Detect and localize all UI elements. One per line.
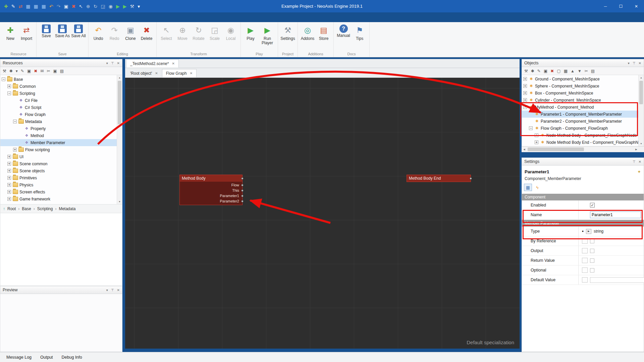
expander-icon[interactable]: + <box>523 77 527 81</box>
object-row-parameter1[interactable]: ✱ Parameter1 - Component_MemberParameter <box>522 111 644 118</box>
expander-icon[interactable]: + <box>7 169 11 173</box>
tree-row-scene-objects[interactable]: + Scene objects <box>0 167 122 174</box>
copy-icon[interactable]: ▣ <box>53 69 57 73</box>
new-resource-icon[interactable]: ✱ <box>9 69 13 73</box>
import-icon[interactable]: ⇄ <box>18 4 22 9</box>
pin-icon[interactable]: ⊤ <box>633 61 636 65</box>
scale-icon[interactable]: ◲ <box>101 4 105 9</box>
panel-menu-icon[interactable]: ▾ <box>628 61 630 65</box>
clone-button[interactable]: ▣ Clone <box>122 24 139 42</box>
object-row-sphere[interactable]: + ✱ Sphere - Component_MeshInSpace <box>522 82 644 89</box>
save-all-icon[interactable]: ▦ <box>42 4 46 9</box>
new-object-icon[interactable]: ✱ <box>531 69 534 73</box>
delete-icon[interactable]: ✖ <box>72 4 76 9</box>
node-pin[interactable] <box>470 177 472 180</box>
new-button[interactable]: ✚ New <box>2 24 18 42</box>
scroll-right-icon[interactable]: ▶ <box>634 147 639 152</box>
paste-icon[interactable]: ▤ <box>60 69 64 73</box>
return-value-checkbox[interactable] <box>590 258 594 263</box>
local-icon[interactable]: ◉ <box>109 4 113 9</box>
by-reference-button[interactable] <box>582 238 588 244</box>
expander-icon[interactable]: − <box>2 77 5 81</box>
tree-row-member-parameter[interactable]: ❖ Member Parameter <box>0 139 122 146</box>
tree-row-property[interactable]: ❖ Property <box>0 125 122 132</box>
edit-icon[interactable]: ✎ <box>537 69 541 73</box>
tree-row-primitives[interactable]: + Primitives <box>0 174 122 181</box>
type-value[interactable]: string <box>594 229 603 234</box>
expander-icon[interactable]: + <box>7 84 11 88</box>
move-button[interactable]: ⊕ Move <box>174 24 191 42</box>
manual-button[interactable]: ? Manual <box>335 24 352 39</box>
expander-icon[interactable]: + <box>13 148 17 152</box>
expander-icon[interactable]: + <box>535 140 538 144</box>
flow-node-method-body-end[interactable]: Method Body End <box>407 175 471 182</box>
scroll-up-icon[interactable]: ▲ <box>117 75 122 80</box>
settings-icon[interactable]: ⚒ <box>130 4 135 9</box>
play-icon[interactable]: ▶ <box>116 4 120 9</box>
flow-node-method-body[interactable]: Method Body Flow This <box>179 175 243 205</box>
cut-icon[interactable]: ✂ <box>585 69 588 73</box>
close-icon[interactable]: ✕ <box>639 61 641 65</box>
mail-icon[interactable]: ✉ <box>40 69 44 73</box>
enabled-checkbox[interactable]: ✓ <box>590 203 595 207</box>
dropdown-icon[interactable]: ▾ <box>16 69 18 73</box>
scale-button[interactable]: ◲ Scale <box>207 24 223 42</box>
pin-icon[interactable]: ⊤ <box>111 288 114 292</box>
delete-icon[interactable]: ✖ <box>550 69 554 73</box>
type-expand-button[interactable]: ▶ <box>586 229 591 234</box>
move-up-icon[interactable]: ▲ <box>571 69 575 73</box>
save-icon[interactable]: ▦ <box>26 4 30 9</box>
close-icon[interactable]: ✕ <box>117 61 120 65</box>
tree-row-base[interactable]: − Base <box>0 76 122 83</box>
flow-graph-canvas[interactable]: Method Body Flow This <box>125 78 520 349</box>
edit-icon[interactable]: ✎ <box>21 69 24 73</box>
expander-icon[interactable]: − <box>7 92 11 95</box>
scroll-down-icon[interactable]: ▼ <box>639 141 644 146</box>
scroll-up-icon[interactable]: ▲ <box>639 75 644 80</box>
objects-hscrollbar[interactable]: ◀ ▶ <box>522 146 644 152</box>
frame-icon[interactable]: ▢ <box>557 69 560 73</box>
panel-menu-icon[interactable]: ▾ <box>106 61 108 65</box>
local-button[interactable]: ◉ Local <box>223 24 239 42</box>
properties-view-button[interactable]: ▦ <box>524 184 532 191</box>
tree-row-scene-common[interactable]: + Scene common <box>0 160 122 167</box>
scroll-thumb[interactable] <box>639 81 643 104</box>
tree-row-scripting[interactable]: − Scripting <box>0 90 122 97</box>
expander-icon[interactable]: − <box>529 126 533 130</box>
scroll-thumb[interactable] <box>118 81 121 124</box>
tree-row-csharp-file[interactable]: ❖ C# File <box>0 97 122 104</box>
expander-icon[interactable]: − <box>13 120 17 123</box>
node-pin[interactable] <box>241 195 244 197</box>
tab-close-icon[interactable]: ✕ <box>155 71 158 75</box>
addons-button[interactable]: ◎ Addons <box>300 24 316 42</box>
tree-row-method[interactable]: ❖ Method <box>0 132 122 139</box>
minimize-button[interactable]: ─ <box>598 0 613 12</box>
flow-node-title[interactable]: Method Body End <box>407 175 471 182</box>
undo-icon[interactable]: ↶ <box>49 4 53 9</box>
object-row-node-method-body-end[interactable]: + ✱ Node Method Body End - Component_Flo… <box>522 139 644 146</box>
tab-close-icon[interactable]: ✕ <box>190 71 193 75</box>
expander-icon[interactable]: + <box>7 197 11 201</box>
object-row-mymethod[interactable]: − ✱ MyMethod - Component_Method <box>522 104 644 111</box>
breadcrumb-item[interactable]: Metadata <box>59 206 75 211</box>
maximize-button[interactable]: ☐ <box>613 0 629 12</box>
expander-icon[interactable]: + <box>523 98 527 102</box>
events-view-button[interactable]: ϟ <box>533 184 541 191</box>
doc-tab-testmethod2[interactable]: _TestMethod2.scene* ✕ <box>126 59 179 68</box>
save-all-button[interactable]: Save All <box>70 24 87 39</box>
save-as-button[interactable]: Save As <box>54 24 70 39</box>
move-down-icon[interactable]: ▼ <box>578 69 582 73</box>
close-icon[interactable]: ✕ <box>639 160 641 164</box>
expander-icon[interactable]: − <box>523 105 527 109</box>
object-row-flowgraph[interactable]: − ✱ Flow Graph - Component_FlowGraph <box>522 125 644 132</box>
by-reference-checkbox[interactable] <box>590 239 594 243</box>
default-value-input[interactable] <box>590 277 644 283</box>
tree-row-game-framework[interactable]: + Game framework <box>0 195 122 202</box>
object-row-ground[interactable]: + ✱ Ground - Component_MeshInSpace <box>522 75 644 82</box>
pin-icon[interactable]: ⊤ <box>111 61 114 65</box>
expander-icon[interactable]: + <box>7 162 11 166</box>
delete-button[interactable]: ✖ Delete <box>139 24 155 42</box>
node-pin[interactable] <box>241 177 244 180</box>
select-icon[interactable]: ▦ <box>564 69 568 73</box>
save-button[interactable]: Save <box>38 24 54 39</box>
